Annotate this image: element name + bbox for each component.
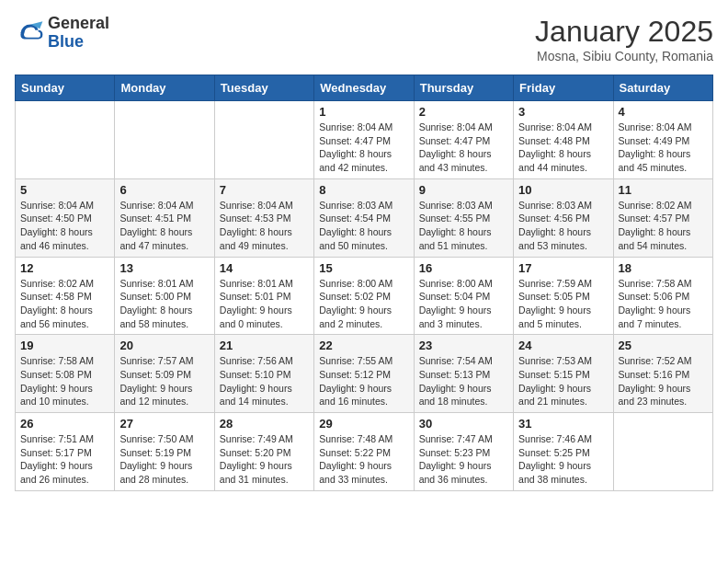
calendar-cell: 12Sunrise: 8:02 AMSunset: 4:58 PMDayligh… bbox=[16, 257, 115, 335]
day-info: Sunrise: 8:02 AMSunset: 4:57 PMDaylight:… bbox=[619, 199, 708, 253]
day-info: Sunrise: 7:56 AMSunset: 5:10 PMDaylight:… bbox=[220, 354, 309, 408]
calendar-cell: 6Sunrise: 8:04 AMSunset: 4:51 PMDaylight… bbox=[115, 178, 214, 257]
day-number: 5 bbox=[20, 183, 109, 197]
day-number: 17 bbox=[518, 261, 608, 275]
calendar-cell: 20Sunrise: 7:57 AMSunset: 5:09 PMDayligh… bbox=[115, 335, 214, 413]
day-number: 11 bbox=[619, 183, 708, 197]
day-number: 13 bbox=[119, 261, 209, 275]
calendar-cell: 23Sunrise: 7:54 AMSunset: 5:13 PMDayligh… bbox=[414, 335, 513, 413]
day-info: Sunrise: 8:04 AMSunset: 4:51 PMDaylight:… bbox=[119, 199, 209, 253]
day-header-tuesday: Tuesday bbox=[214, 75, 313, 101]
day-info: Sunrise: 8:04 AMSunset: 4:50 PMDaylight:… bbox=[20, 199, 109, 253]
calendar-cell: 9Sunrise: 8:03 AMSunset: 4:55 PMDaylight… bbox=[414, 178, 513, 257]
title-block: January 2025 Mosna, Sibiu County, Romani… bbox=[535, 15, 713, 63]
day-number: 25 bbox=[619, 339, 708, 352]
day-info: Sunrise: 8:04 AMSunset: 4:49 PMDaylight:… bbox=[619, 121, 708, 175]
day-info: Sunrise: 7:53 AMSunset: 5:15 PMDaylight:… bbox=[518, 354, 608, 408]
day-number: 23 bbox=[419, 339, 508, 352]
day-number: 3 bbox=[518, 105, 608, 119]
page-header: General Blue January 2025 Mosna, Sibiu C… bbox=[15, 15, 713, 63]
day-info: Sunrise: 7:59 AMSunset: 5:05 PMDaylight:… bbox=[518, 277, 608, 331]
calendar-cell: 19Sunrise: 7:58 AMSunset: 5:08 PMDayligh… bbox=[16, 335, 115, 413]
calendar-cell: 11Sunrise: 8:02 AMSunset: 4:57 PMDayligh… bbox=[613, 178, 712, 257]
calendar-week-4: 19Sunrise: 7:58 AMSunset: 5:08 PMDayligh… bbox=[16, 335, 713, 413]
day-number: 28 bbox=[220, 417, 309, 431]
day-number: 31 bbox=[518, 417, 608, 431]
day-number: 8 bbox=[319, 183, 408, 197]
day-info: Sunrise: 7:54 AMSunset: 5:13 PMDaylight:… bbox=[419, 354, 508, 408]
calendar-cell: 15Sunrise: 8:00 AMSunset: 5:02 PMDayligh… bbox=[314, 257, 414, 335]
calendar-cell: 21Sunrise: 7:56 AMSunset: 5:10 PMDayligh… bbox=[214, 335, 313, 413]
day-number: 15 bbox=[319, 261, 408, 275]
calendar-cell: 22Sunrise: 7:55 AMSunset: 5:12 PMDayligh… bbox=[314, 335, 414, 413]
calendar-cell: 31Sunrise: 7:46 AMSunset: 5:25 PMDayligh… bbox=[514, 413, 613, 491]
day-info: Sunrise: 7:57 AMSunset: 5:09 PMDaylight:… bbox=[119, 354, 209, 408]
day-number: 27 bbox=[119, 417, 209, 431]
calendar-cell: 27Sunrise: 7:50 AMSunset: 5:19 PMDayligh… bbox=[115, 413, 214, 491]
day-number: 19 bbox=[20, 339, 109, 352]
day-number: 18 bbox=[619, 261, 708, 275]
day-info: Sunrise: 7:46 AMSunset: 5:25 PMDaylight:… bbox=[518, 432, 608, 487]
calendar-cell: 18Sunrise: 7:58 AMSunset: 5:06 PMDayligh… bbox=[613, 257, 712, 335]
day-number: 24 bbox=[518, 339, 608, 352]
calendar-cell: 30Sunrise: 7:47 AMSunset: 5:23 PMDayligh… bbox=[414, 413, 513, 491]
day-info: Sunrise: 8:01 AMSunset: 5:00 PMDaylight:… bbox=[119, 277, 209, 331]
calendar-cell: 29Sunrise: 7:48 AMSunset: 5:22 PMDayligh… bbox=[314, 413, 414, 491]
day-header-sunday: Sunday bbox=[16, 75, 115, 101]
day-number: 6 bbox=[119, 183, 209, 197]
calendar-cell: 3Sunrise: 8:04 AMSunset: 4:48 PMDaylight… bbox=[514, 101, 613, 179]
calendar-cell: 16Sunrise: 8:00 AMSunset: 5:04 PMDayligh… bbox=[414, 257, 513, 335]
day-number: 26 bbox=[20, 417, 109, 431]
calendar-cell: 5Sunrise: 8:04 AMSunset: 4:50 PMDaylight… bbox=[16, 178, 115, 257]
day-number: 1 bbox=[319, 105, 408, 119]
calendar-cell: 24Sunrise: 7:53 AMSunset: 5:15 PMDayligh… bbox=[514, 335, 613, 413]
day-number: 20 bbox=[119, 339, 209, 352]
day-info: Sunrise: 8:02 AMSunset: 4:58 PMDaylight:… bbox=[20, 277, 109, 331]
day-header-thursday: Thursday bbox=[414, 75, 513, 101]
day-info: Sunrise: 8:00 AMSunset: 5:04 PMDaylight:… bbox=[419, 277, 508, 331]
day-info: Sunrise: 7:58 AMSunset: 5:06 PMDaylight:… bbox=[619, 277, 708, 331]
day-number: 21 bbox=[220, 339, 309, 352]
day-info: Sunrise: 7:55 AMSunset: 5:12 PMDaylight:… bbox=[319, 354, 408, 408]
day-info: Sunrise: 8:03 AMSunset: 4:55 PMDaylight:… bbox=[419, 199, 508, 253]
calendar-cell: 2Sunrise: 8:04 AMSunset: 4:47 PMDaylight… bbox=[414, 101, 513, 179]
calendar-cell: 28Sunrise: 7:49 AMSunset: 5:20 PMDayligh… bbox=[214, 413, 313, 491]
day-info: Sunrise: 8:04 AMSunset: 4:47 PMDaylight:… bbox=[319, 121, 408, 175]
day-header-monday: Monday bbox=[115, 75, 214, 101]
day-number: 16 bbox=[419, 261, 508, 275]
day-header-wednesday: Wednesday bbox=[314, 75, 414, 101]
day-info: Sunrise: 7:49 AMSunset: 5:20 PMDaylight:… bbox=[220, 432, 309, 487]
day-info: Sunrise: 7:47 AMSunset: 5:23 PMDaylight:… bbox=[419, 432, 508, 487]
day-info: Sunrise: 8:04 AMSunset: 4:47 PMDaylight:… bbox=[419, 121, 508, 175]
day-number: 7 bbox=[220, 183, 309, 197]
calendar-cell: 14Sunrise: 8:01 AMSunset: 5:01 PMDayligh… bbox=[214, 257, 313, 335]
day-number: 30 bbox=[419, 417, 508, 431]
day-number: 10 bbox=[518, 183, 608, 197]
day-info: Sunrise: 8:00 AMSunset: 5:02 PMDaylight:… bbox=[319, 277, 408, 331]
day-info: Sunrise: 7:52 AMSunset: 5:16 PMDaylight:… bbox=[619, 354, 708, 408]
calendar-cell bbox=[214, 101, 313, 179]
calendar-cell: 10Sunrise: 8:03 AMSunset: 4:56 PMDayligh… bbox=[514, 178, 613, 257]
calendar-header-row: SundayMondayTuesdayWednesdayThursdayFrid… bbox=[16, 75, 713, 101]
day-number: 9 bbox=[419, 183, 508, 197]
logo: General Blue bbox=[15, 15, 109, 52]
day-number: 2 bbox=[419, 105, 508, 119]
logo-blue-text: Blue bbox=[48, 33, 109, 52]
day-info: Sunrise: 8:04 AMSunset: 4:53 PMDaylight:… bbox=[220, 199, 309, 253]
calendar-cell bbox=[16, 101, 115, 179]
day-info: Sunrise: 8:03 AMSunset: 4:56 PMDaylight:… bbox=[518, 199, 608, 253]
logo-general-text: General bbox=[48, 15, 109, 33]
calendar-cell: 1Sunrise: 8:04 AMSunset: 4:47 PMDaylight… bbox=[314, 101, 414, 179]
calendar-week-1: 1Sunrise: 8:04 AMSunset: 4:47 PMDaylight… bbox=[16, 101, 713, 179]
calendar-cell: 25Sunrise: 7:52 AMSunset: 5:16 PMDayligh… bbox=[613, 335, 712, 413]
calendar-cell: 17Sunrise: 7:59 AMSunset: 5:05 PMDayligh… bbox=[514, 257, 613, 335]
day-info: Sunrise: 8:01 AMSunset: 5:01 PMDaylight:… bbox=[220, 277, 309, 331]
day-number: 29 bbox=[319, 417, 408, 431]
calendar-cell: 7Sunrise: 8:04 AMSunset: 4:53 PMDaylight… bbox=[214, 178, 313, 257]
calendar-cell: 26Sunrise: 7:51 AMSunset: 5:17 PMDayligh… bbox=[16, 413, 115, 491]
day-header-saturday: Saturday bbox=[613, 75, 712, 101]
day-info: Sunrise: 8:03 AMSunset: 4:54 PMDaylight:… bbox=[319, 199, 408, 253]
calendar-cell bbox=[115, 101, 214, 179]
calendar-cell: 13Sunrise: 8:01 AMSunset: 5:00 PMDayligh… bbox=[115, 257, 214, 335]
day-header-friday: Friday bbox=[514, 75, 613, 101]
